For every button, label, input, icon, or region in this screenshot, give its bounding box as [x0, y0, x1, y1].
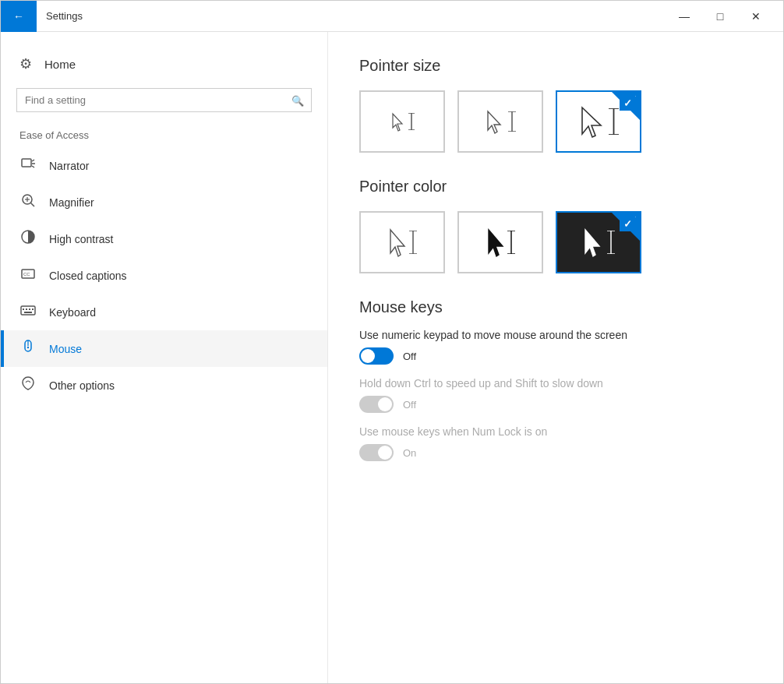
sidebar-item-other-options[interactable]: Other options: [1, 367, 327, 404]
settings-window: ← Settings — □ ✕ ⚙ Home 🔍: [0, 0, 784, 684]
sidebar-item-high-contrast[interactable]: High contrast: [1, 220, 327, 257]
svg-rect-15: [32, 309, 34, 310]
back-icon: ←: [13, 10, 24, 23]
content-area: ⚙ Home 🔍 Ease of Access: [1, 32, 783, 683]
other-options-label: Other options: [49, 379, 115, 392]
pointer-size-options: ✓: [359, 90, 752, 153]
maximize-icon: □: [717, 10, 723, 23]
narrator-icon: [19, 156, 37, 175]
svg-text:CC: CC: [23, 272, 30, 277]
other-options-icon: [19, 375, 37, 395]
window-title: Settings: [46, 10, 83, 22]
keyboard-label: Keyboard: [49, 306, 96, 319]
svg-rect-14: [29, 309, 30, 310]
black-cursor-svg: [582, 227, 604, 258]
numlock-desc: Use mouse keys when Num Lock is on: [359, 425, 752, 438]
white-ibeam-svg: [409, 231, 417, 254]
pointer-size-small[interactable]: [359, 90, 445, 153]
pointer-color-white[interactable]: [359, 211, 445, 273]
pointer-size-title: Pointer size: [359, 57, 752, 75]
narrator-label: Narrator: [49, 160, 89, 172]
window-controls: — □ ✕: [666, 1, 774, 32]
search-input[interactable]: [16, 88, 312, 112]
svg-rect-0: [22, 159, 31, 167]
sidebar-item-narrator[interactable]: Narrator: [1, 147, 327, 184]
medium-ibeam-svg: [508, 111, 516, 132]
sidebar-home[interactable]: ⚙ Home: [1, 48, 327, 80]
numlock-setting: Use mouse keys when Num Lock is on On: [359, 425, 752, 461]
pointer-color-title: Pointer color: [359, 178, 752, 196]
svg-point-19: [27, 347, 29, 348]
svg-marker-24: [488, 111, 500, 133]
svg-line-5: [31, 203, 35, 207]
sidebar-search: 🔍: [16, 88, 312, 112]
titlebar: ← Settings — □ ✕: [1, 1, 783, 32]
sidebar-item-keyboard[interactable]: Keyboard: [1, 294, 327, 330]
mouse-keys-desc: Use numeric keypad to move mouse around …: [359, 329, 752, 341]
mouse-keys-title: Mouse keys: [359, 298, 752, 316]
sidebar-item-closed-captions[interactable]: CC Closed captions: [1, 257, 327, 294]
close-icon: ✕: [751, 10, 761, 23]
ctrl-desc: Hold down Ctrl to speed up and Shift to …: [359, 377, 752, 390]
white-cursor-svg: [387, 227, 409, 258]
ctrl-setting: Hold down Ctrl to speed up and Shift to …: [359, 377, 752, 413]
selected-check: ✓: [629, 93, 637, 104]
svg-marker-36: [489, 230, 503, 256]
home-icon: ⚙: [19, 55, 32, 72]
pointer-color-black-outline[interactable]: [457, 211, 543, 273]
small-cursor-svg: [390, 111, 405, 132]
pointer-color-options: ✓: [359, 211, 752, 273]
svg-marker-32: [390, 230, 404, 256]
svg-marker-28: [582, 108, 601, 137]
svg-rect-16: [24, 312, 32, 313]
back-button[interactable]: ←: [1, 1, 37, 32]
numlock-toggle-row: On: [359, 444, 752, 461]
ctrl-toggle-label: Off: [403, 399, 416, 411]
medium-cursor-svg: [485, 108, 505, 135]
high-contrast-icon: [19, 229, 37, 249]
black-cursor-content: [582, 227, 615, 258]
svg-rect-11: [21, 306, 35, 315]
ctrl-toggle-row: Off: [359, 396, 752, 413]
mouse-keys-setting: Use numeric keypad to move mouse around …: [359, 329, 752, 365]
sidebar-item-magnifier[interactable]: Magnifier: [1, 184, 327, 220]
sidebar: ⚙ Home 🔍 Ease of Access: [1, 32, 328, 683]
closed-captions-label: Closed captions: [49, 270, 127, 282]
black-outline-cursor-svg: [486, 227, 507, 258]
keyboard-icon: [19, 302, 37, 322]
svg-marker-20: [393, 114, 402, 131]
search-icon: 🔍: [291, 94, 304, 106]
numlock-toggle[interactable]: [359, 444, 394, 461]
minimize-button[interactable]: —: [666, 1, 702, 32]
section-label: Ease of Access: [1, 125, 327, 147]
svg-rect-12: [23, 309, 24, 310]
small-ibeam-svg: [408, 113, 415, 130]
numlock-toggle-label: On: [403, 447, 416, 459]
mouse-icon: [19, 339, 37, 358]
ctrl-toggle[interactable]: [359, 396, 394, 413]
black-selected-check: ✓: [629, 214, 637, 225]
pointer-color-black[interactable]: ✓: [556, 211, 641, 273]
black-outline-ibeam-svg: [507, 231, 515, 254]
mouse-keys-toggle-label: Off: [403, 351, 416, 362]
pointer-size-large[interactable]: ✓: [556, 90, 641, 153]
magnifier-icon: [19, 192, 37, 212]
magnifier-label: Magnifier: [49, 196, 94, 209]
large-cursor-svg: [579, 104, 606, 139]
closed-captions-icon: CC: [19, 266, 37, 285]
maximize-button[interactable]: □: [702, 1, 738, 32]
mouse-keys-toggle-row: Off: [359, 347, 752, 365]
svg-rect-13: [26, 309, 27, 310]
svg-marker-40: [585, 230, 599, 256]
sidebar-item-mouse[interactable]: Mouse: [1, 330, 327, 367]
pointer-size-medium[interactable]: [457, 90, 543, 153]
svg-line-3: [32, 166, 34, 167]
svg-line-1: [32, 160, 34, 161]
close-button[interactable]: ✕: [738, 1, 774, 32]
mouse-label: Mouse: [49, 343, 82, 355]
high-contrast-label: High contrast: [49, 233, 113, 245]
main-content: Pointer size: [328, 32, 783, 683]
home-label: Home: [44, 58, 76, 71]
mouse-keys-toggle[interactable]: [359, 347, 394, 365]
minimize-icon: —: [679, 10, 690, 23]
